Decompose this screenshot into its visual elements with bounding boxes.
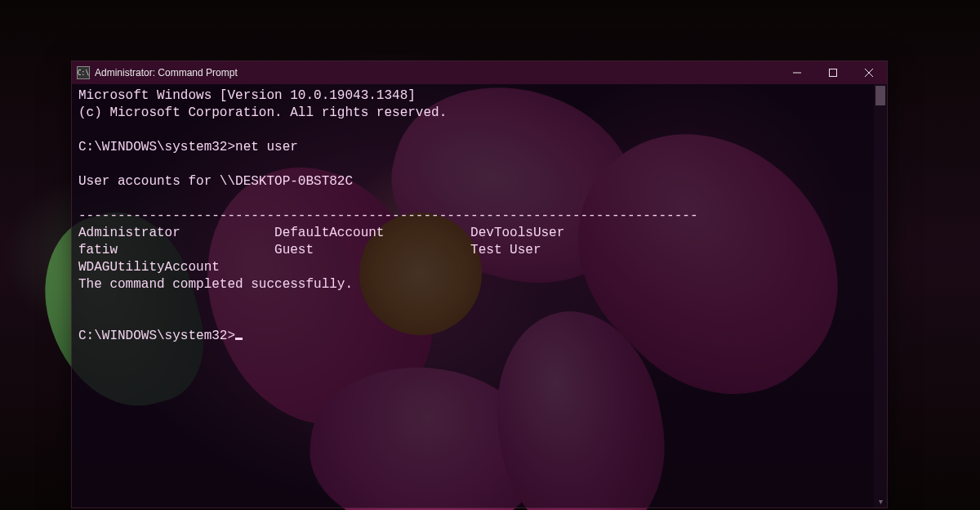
maximize-icon [829, 69, 837, 77]
close-icon [865, 69, 873, 77]
svg-rect-1 [830, 69, 837, 77]
command-1: net user [235, 140, 298, 154]
user-cell: fatiw [78, 243, 274, 257]
window-titlebar[interactable]: C:\ Administrator: Command Prompt [72, 61, 887, 84]
user-cell: DevToolsUser [470, 226, 564, 240]
minimize-icon [793, 69, 801, 77]
scroll-down-icon[interactable]: ▾ [874, 494, 887, 508]
terminal-output[interactable]: Microsoft Windows [Version 10.0.19043.13… [72, 84, 887, 508]
user-cell: Test User [470, 243, 541, 257]
completion-line: The command completed successfully. [78, 277, 353, 292]
user-cell: Administrator [78, 226, 274, 240]
maximize-button[interactable] [815, 61, 851, 84]
command-prompt-window[interactable]: C:\ Administrator: Command Prompt Micros… [71, 60, 888, 508]
user-cell: Guest [274, 243, 470, 257]
prompt-1: C:\WINDOWS\system32> [78, 140, 235, 154]
close-button[interactable] [851, 61, 887, 84]
window-title: Administrator: Command Prompt [95, 67, 238, 78]
user-cell: DefaultAccount [274, 226, 470, 240]
cursor [235, 338, 243, 340]
copyright-line: (c) Microsoft Corporation. All rights re… [78, 105, 447, 120]
cmd-icon: C:\ [77, 66, 90, 79]
accounts-header: User accounts for \\DESKTOP-0BST82C [78, 174, 353, 189]
scrollbar-thumb[interactable] [875, 86, 885, 105]
prompt-2: C:\WINDOWS\system32> [78, 329, 235, 343]
minimize-button[interactable] [779, 61, 815, 84]
separator-line: ----------------------------------------… [78, 208, 698, 223]
scrollbar-track[interactable]: ▾ [874, 84, 887, 508]
terminal-body[interactable]: Microsoft Windows [Version 10.0.19043.13… [72, 84, 887, 508]
user-cell: WDAGUtilityAccount [78, 260, 220, 275]
version-line: Microsoft Windows [Version 10.0.19043.13… [78, 88, 416, 103]
